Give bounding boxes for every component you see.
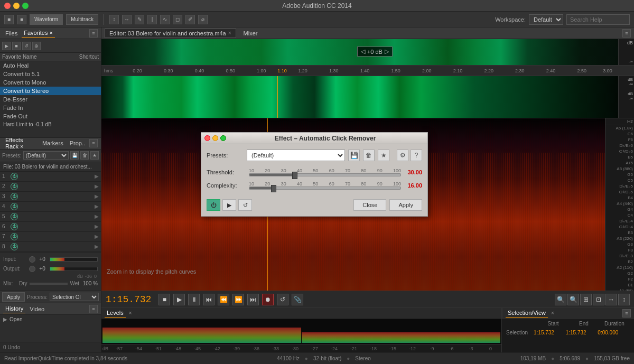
effect-power-7[interactable]: ⏻ bbox=[11, 233, 18, 240]
transport-to-end-btn[interactable]: ⏭ bbox=[247, 294, 259, 305]
save-preset-btn[interactable]: 💾 bbox=[70, 151, 79, 160]
toolbar-icon-7[interactable]: ∿ bbox=[160, 15, 170, 24]
dialog-power-btn[interactable]: ⏻ bbox=[207, 199, 220, 211]
transport-fwd-btn[interactable]: ⏩ bbox=[232, 294, 244, 305]
transport-record-btn[interactable]: ⏺ bbox=[262, 294, 274, 305]
effect-item-3[interactable]: 3 ⏻ ▶ bbox=[0, 192, 101, 202]
threshold-track[interactable] bbox=[249, 173, 401, 176]
dialog-presets-select[interactable]: (Default) bbox=[247, 150, 345, 161]
selection-view-tab[interactable]: Selection/View bbox=[506, 309, 548, 318]
zoom-select-btn[interactable]: ⊡ bbox=[593, 294, 604, 305]
zoom-in-btn[interactable]: 🔍 bbox=[555, 294, 566, 305]
panel-menu-btn[interactable]: ≡ bbox=[89, 29, 98, 38]
maximize-button[interactable] bbox=[22, 3, 29, 9]
transport-rwd-btn[interactable]: ⏪ bbox=[218, 294, 229, 305]
effect-power-1[interactable]: ⏻ bbox=[11, 173, 18, 180]
selection-close[interactable]: × bbox=[551, 310, 554, 316]
transport-loop-btn[interactable]: ↺ bbox=[277, 294, 288, 305]
zoom-fit-btn[interactable]: ⊞ bbox=[580, 294, 592, 305]
effect-power-5[interactable]: ⏻ bbox=[11, 213, 18, 220]
effect-power-3[interactable]: ⏻ bbox=[11, 193, 18, 200]
play-btn[interactable]: ▶ bbox=[2, 42, 11, 50]
files-tab[interactable]: Files bbox=[3, 29, 20, 38]
waveform-main[interactable]: dB-∞dB-∞ bbox=[101, 76, 634, 118]
effect-power-6[interactable]: ⏻ bbox=[11, 223, 18, 230]
effect-item-8[interactable]: 8 ⏻ ▶ bbox=[0, 242, 101, 252]
multitrack-button[interactable]: Multitrack bbox=[66, 14, 98, 25]
zoom-v-btn[interactable]: ↕ bbox=[618, 294, 630, 305]
autoplay-btn[interactable]: ⊕ bbox=[32, 42, 41, 50]
effect-item-4[interactable]: 4 ⏻ ▶ bbox=[0, 202, 101, 212]
dialog-min-btn[interactable] bbox=[212, 135, 218, 141]
favorites-tab[interactable]: Favorites × bbox=[22, 29, 55, 38]
transport-clip-btn[interactable]: 📎 bbox=[292, 294, 303, 305]
effects-rack-tab[interactable]: Effects Rack × bbox=[3, 136, 38, 151]
apply-button[interactable]: Apply bbox=[2, 292, 25, 302]
selection-menu-btn[interactable]: ≡ bbox=[622, 309, 631, 318]
properties-tab[interactable]: Prop.. bbox=[68, 139, 87, 147]
effect-power-2[interactable]: ⏻ bbox=[11, 183, 18, 190]
editor-tab[interactable]: Editor: 03 Bolero for violin and orchest… bbox=[105, 29, 236, 38]
fav-item-convert-mono[interactable]: Convert to Mono bbox=[0, 78, 101, 87]
fav-item-fade-out[interactable]: Fade Out bbox=[0, 112, 101, 120]
toolbar-icon-5[interactable]: ✎ bbox=[135, 15, 144, 24]
effect-item-6[interactable]: 6 ⏻ ▶ bbox=[0, 222, 101, 232]
fav-item-convert-51[interactable]: Convert to 5.1 bbox=[0, 70, 101, 78]
dialog-max-btn[interactable] bbox=[220, 135, 226, 141]
levels-tab[interactable]: Levels bbox=[105, 309, 126, 318]
dialog-close-btn[interactable] bbox=[204, 135, 210, 141]
transport-play-btn[interactable]: ▶ bbox=[173, 294, 185, 305]
levels-close[interactable]: × bbox=[129, 310, 132, 316]
complexity-thumb[interactable] bbox=[271, 185, 276, 192]
output-mute-btn[interactable] bbox=[29, 266, 35, 272]
history-menu-btn[interactable]: ≡ bbox=[89, 305, 98, 313]
mixer-button[interactable]: Mixer bbox=[240, 29, 261, 38]
toolbar-icon-9[interactable]: ✐ bbox=[185, 15, 195, 24]
workspace-select[interactable]: Default bbox=[529, 14, 563, 25]
complexity-track[interactable] bbox=[249, 186, 401, 190]
search-input[interactable] bbox=[566, 14, 630, 25]
toolbar-icon-2[interactable]: ■ bbox=[17, 15, 26, 24]
fav-item-hard-limit[interactable]: Hard Limit to -0.1 dB bbox=[0, 120, 101, 128]
dialog-settings-btn[interactable]: ⚙ bbox=[397, 150, 408, 161]
video-tab[interactable]: Video bbox=[27, 305, 46, 313]
dialog-apply-button[interactable]: Apply bbox=[389, 199, 422, 211]
presets-select[interactable]: (Default) bbox=[23, 151, 69, 160]
fav-item-fade-in[interactable]: Fade In bbox=[0, 104, 101, 112]
history-item-open[interactable]: ▶ Open bbox=[3, 316, 98, 323]
effect-item-5[interactable]: 5 ⏻ ▶ bbox=[0, 212, 101, 222]
loop-btn[interactable]: ↺ bbox=[22, 42, 31, 50]
delete-preset-btn[interactable]: 🗑 bbox=[80, 151, 89, 160]
effect-item-2[interactable]: 2 ⏻ ▶ bbox=[0, 182, 101, 192]
markers-tab[interactable]: Markers bbox=[40, 139, 66, 147]
fav-item-convert-stereo[interactable]: Convert to Stereo bbox=[0, 87, 101, 95]
toolbar-icon-1[interactable]: ■ bbox=[4, 15, 14, 24]
zoom-out-btn[interactable]: 🔍 bbox=[567, 294, 579, 305]
transport-stop-btn[interactable]: ■ bbox=[158, 294, 170, 305]
editor-tab-close[interactable]: × bbox=[228, 30, 231, 36]
history-tab[interactable]: History bbox=[3, 304, 25, 313]
stop-btn[interactable]: ■ bbox=[12, 42, 21, 50]
transport-to-start-btn[interactable]: ⏮ bbox=[203, 294, 215, 305]
effect-item-1[interactable]: 1 ⏻ ▶ bbox=[0, 172, 101, 182]
editor-menu-btn[interactable]: ≡ bbox=[622, 29, 631, 38]
toolbar-icon-8[interactable]: ◻ bbox=[173, 15, 182, 24]
favorite-preset-btn[interactable]: ★ bbox=[90, 151, 99, 160]
dialog-help-btn[interactable]: ? bbox=[411, 150, 422, 161]
effect-power-4[interactable]: ⏻ bbox=[11, 203, 18, 210]
waveform-button[interactable]: Waveform bbox=[30, 14, 63, 25]
effect-item-7[interactable]: 7 ⏻ ▶ bbox=[0, 232, 101, 242]
transport-pause-btn[interactable]: ⏸ bbox=[188, 294, 200, 305]
effect-power-8[interactable]: ⏻ bbox=[11, 243, 18, 250]
toolbar-icon-10[interactable]: ⌀ bbox=[198, 15, 208, 24]
fav-item-auto-heal[interactable]: Auto Heal bbox=[0, 61, 101, 70]
dialog-save-btn[interactable]: 💾 bbox=[348, 150, 360, 161]
toolbar-icon-3[interactable]: ↕ bbox=[109, 15, 119, 24]
mix-slider[interactable] bbox=[30, 283, 68, 285]
input-mute-btn[interactable] bbox=[29, 256, 35, 263]
dialog-play-btn[interactable]: ▶ bbox=[222, 199, 236, 211]
effects-menu-btn[interactable]: ≡ bbox=[89, 139, 98, 147]
dialog-loop-btn[interactable]: ↺ bbox=[238, 199, 252, 211]
toolbar-icon-4[interactable]: ↔ bbox=[122, 15, 132, 24]
dialog-close-button[interactable]: Close bbox=[353, 199, 386, 211]
